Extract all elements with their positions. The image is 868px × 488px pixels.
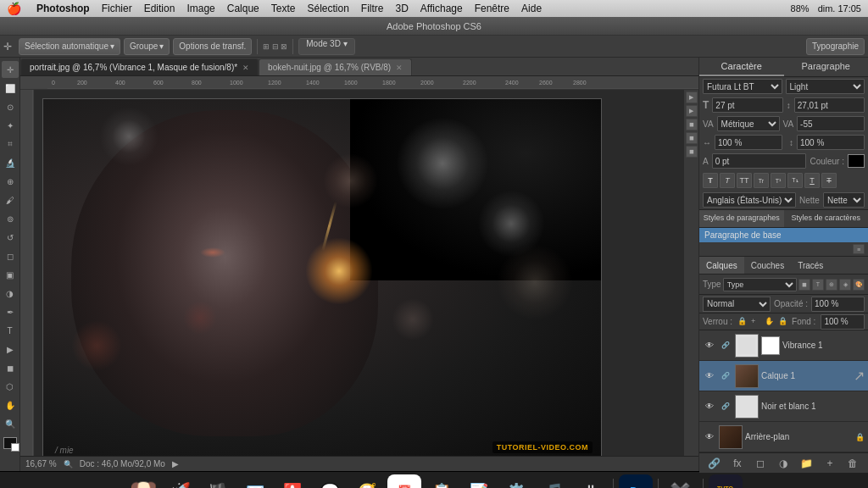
tool-brush[interactable]: 🖌 bbox=[2, 191, 19, 208]
foreground-color[interactable] bbox=[3, 437, 17, 449]
layer-eye-vibrance[interactable]: 👁 bbox=[703, 339, 716, 352]
allcaps-btn[interactable]: TT bbox=[737, 173, 752, 188]
lock-icon-4[interactable]: 🔒 bbox=[778, 317, 787, 327]
tool-clone[interactable]: ⊚ bbox=[2, 210, 19, 227]
layer-eye-noirblanc[interactable]: 👁 bbox=[703, 400, 716, 413]
tab-bokeh-close[interactable]: ✕ bbox=[396, 64, 403, 72]
move-tool-icon[interactable]: ✛ bbox=[3, 41, 12, 53]
blend-mode-select[interactable]: Normal bbox=[703, 297, 771, 312]
styles-tab-para[interactable]: Styles de paragraphes bbox=[699, 210, 784, 227]
menu-photoshop[interactable]: Photoshop bbox=[36, 3, 90, 14]
superscript-btn[interactable]: T¹ bbox=[771, 173, 786, 188]
dock-calendar[interactable]: 📅 bbox=[387, 474, 421, 489]
layer-item-vibrance[interactable]: 👁 🔗 Vibrance 1 bbox=[699, 330, 868, 361]
tracking-type-select[interactable]: Métrique bbox=[717, 116, 780, 131]
layer-eye-bg[interactable]: 👁 bbox=[703, 430, 716, 444]
italic-btn[interactable]: T bbox=[720, 173, 735, 188]
font-size-input[interactable] bbox=[712, 97, 782, 113]
layer-link-noirblanc[interactable]: 🔗 bbox=[719, 400, 732, 413]
delete-layer-btn[interactable]: 🗑 bbox=[845, 456, 860, 471]
menu-filtre[interactable]: Filtre bbox=[361, 3, 384, 14]
typographie-btn[interactable]: Typographie bbox=[806, 38, 865, 55]
dock-finder[interactable]: 🐶 bbox=[126, 474, 160, 489]
layer-styles-btn[interactable]: fx bbox=[730, 456, 745, 471]
tab-portrait-close[interactable]: ✕ bbox=[242, 64, 249, 72]
options-btn[interactable]: Options de transf. bbox=[173, 38, 252, 55]
tool-shape[interactable]: ◼ bbox=[2, 359, 19, 376]
dock-mail[interactable]: 📧 bbox=[238, 474, 272, 489]
dock-crossover[interactable]: ✖️ bbox=[664, 474, 698, 489]
layer-eye-calque1[interactable]: 👁 bbox=[703, 369, 716, 383]
tab-bokeh[interactable]: bokeh-nuit.jpg @ 16,7% (RVB/8) ✕ bbox=[259, 58, 412, 75]
font-style-select[interactable]: Light bbox=[786, 79, 865, 94]
layers-tab-couches[interactable]: Couches bbox=[744, 257, 791, 274]
baseline-input[interactable] bbox=[712, 153, 807, 169]
tool-dodge[interactable]: ◑ bbox=[2, 285, 19, 302]
scale-v-input[interactable] bbox=[797, 135, 865, 150]
panel-mini-btn-3[interactable]: ◼ bbox=[686, 119, 698, 130]
tool-3d[interactable]: ⬡ bbox=[2, 378, 19, 395]
scale-h-input[interactable] bbox=[715, 135, 782, 150]
dock-appstore[interactable]: 🅰️ bbox=[275, 474, 309, 489]
tool-history-brush[interactable]: ↺ bbox=[2, 229, 19, 246]
sharpness-select[interactable]: Nette bbox=[823, 192, 865, 208]
panel-mini-btn-2[interactable]: ▶ bbox=[686, 105, 698, 117]
dock-reminders[interactable]: 📋 bbox=[425, 474, 459, 489]
layers-tab-calques[interactable]: Calques bbox=[699, 257, 744, 274]
lock-icon-1[interactable]: 🔒 bbox=[737, 317, 746, 327]
opacity-input[interactable] bbox=[811, 297, 865, 312]
dock-stickies[interactable]: 📝 bbox=[462, 474, 496, 489]
layer-link-vibrance[interactable]: 🔗 bbox=[719, 339, 732, 352]
strikethrough-btn[interactable]: T bbox=[821, 173, 837, 188]
para-base-style[interactable]: Paragraphe de base bbox=[699, 228, 868, 242]
link-layers-btn[interactable]: 🔗 bbox=[707, 456, 722, 471]
line-height-input[interactable] bbox=[794, 97, 865, 113]
adjustment-layer-btn[interactable]: ◑ bbox=[776, 456, 791, 471]
menu-calque[interactable]: Calque bbox=[227, 3, 259, 14]
panel-mini-btn-5[interactable]: ◼ bbox=[686, 146, 698, 158]
bold-btn[interactable]: T bbox=[703, 173, 718, 188]
menu-fenetre[interactable]: Fenêtre bbox=[475, 3, 509, 14]
kerning-input[interactable] bbox=[797, 116, 865, 131]
dock-pause[interactable]: ⏸ bbox=[574, 474, 608, 489]
menu-texte[interactable]: Texte bbox=[271, 3, 296, 14]
new-group-btn[interactable]: 📁 bbox=[799, 456, 815, 471]
filter-icon-1[interactable]: ◼ bbox=[798, 279, 810, 291]
dock-photoshop[interactable]: Ps bbox=[619, 474, 653, 489]
mode-3d-btn[interactable]: Mode 3D ▾ bbox=[298, 38, 354, 55]
tool-zoom[interactable]: 🔍 bbox=[2, 415, 19, 432]
tool-eraser[interactable]: ◻ bbox=[2, 247, 19, 264]
layer-item-bg[interactable]: 👁 Arrière-plan 🔒 bbox=[699, 422, 868, 452]
layers-tab-traces[interactable]: Tracés bbox=[791, 257, 830, 274]
tool-magic-wand[interactable]: ✦ bbox=[2, 117, 19, 134]
tab-portrait[interactable]: portrait.jpg @ 16,7% (Vibrance 1, Masque… bbox=[20, 58, 259, 75]
tool-pen[interactable]: ✒ bbox=[2, 303, 19, 320]
dock-itunes[interactable]: 🎵 bbox=[537, 474, 570, 489]
auto-select-tool[interactable]: Sélection automatique ▾ bbox=[19, 38, 120, 55]
layers-panel-menu[interactable]: ≡ bbox=[853, 244, 865, 254]
menu-aide[interactable]: Aide bbox=[521, 3, 542, 14]
layer-item-noirblanc[interactable]: 👁 🔗 Noir et blanc 1 bbox=[699, 391, 868, 422]
styles-tab-char[interactable]: Styles de caractères bbox=[784, 210, 869, 227]
tool-hand[interactable]: ✋ bbox=[2, 396, 19, 413]
color-swatch[interactable] bbox=[848, 154, 865, 168]
new-layer-btn[interactable]: + bbox=[822, 456, 837, 471]
filter-icon-2[interactable]: T bbox=[812, 279, 824, 291]
tool-heal[interactable]: ⊕ bbox=[2, 173, 19, 190]
filter-icon-4[interactable]: ◈ bbox=[839, 279, 851, 291]
tool-path-select[interactable]: ▶ bbox=[2, 341, 19, 358]
font-family-select[interactable]: Futura Lt BT bbox=[703, 79, 782, 94]
menu-fichier[interactable]: Fichier bbox=[102, 3, 132, 14]
tool-type[interactable]: T bbox=[2, 322, 19, 339]
menu-image[interactable]: Image bbox=[186, 3, 214, 14]
tool-gradient[interactable]: ▣ bbox=[2, 266, 19, 283]
dock-messages[interactable]: 💬 bbox=[313, 474, 347, 489]
menu-selection[interactable]: Sélection bbox=[307, 3, 348, 14]
smallcaps-btn[interactable]: Tr bbox=[754, 173, 769, 188]
fill-input[interactable] bbox=[821, 314, 865, 330]
layer-link-calque1[interactable]: 🔗 bbox=[719, 369, 732, 383]
tool-lasso[interactable]: ⊙ bbox=[2, 98, 19, 115]
language-select[interactable]: Anglais (États-Unis) bbox=[703, 192, 796, 208]
menu-3d[interactable]: 3D bbox=[396, 3, 409, 14]
filter-icon-5[interactable]: 🎨 bbox=[853, 279, 865, 291]
